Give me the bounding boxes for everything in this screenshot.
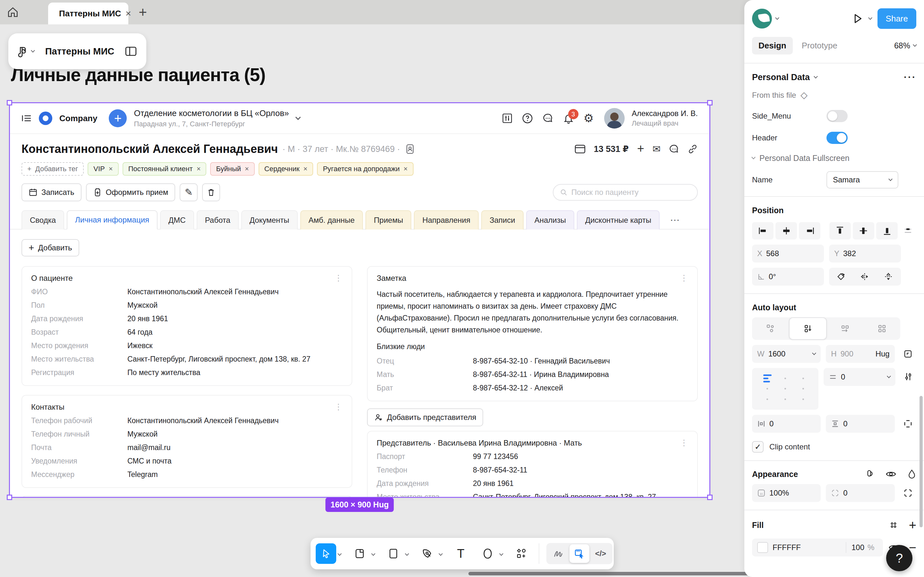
layout-vertical-button[interactable] [789, 318, 827, 340]
tag-remove-icon[interactable]: × [245, 165, 249, 173]
blend-droplet-icon[interactable] [907, 469, 916, 479]
tag-remove-icon[interactable]: × [109, 165, 113, 173]
header-toggle[interactable] [827, 132, 848, 144]
tag-chip[interactable]: Сердечник× [258, 162, 313, 176]
draw-mode-button[interactable] [548, 544, 568, 563]
dev-mode-button[interactable]: </> [591, 544, 611, 563]
resize-handle[interactable] [7, 100, 12, 105]
pen-tool[interactable] [417, 543, 437, 564]
company-name[interactable]: Company [59, 113, 97, 123]
share-button[interactable]: Share [877, 8, 916, 29]
selection-menu-icon[interactable]: ··· [904, 72, 916, 83]
tab-personal-info[interactable]: Личная информация [67, 210, 158, 229]
mail-icon[interactable]: ✉ [653, 144, 661, 154]
tab-records[interactable]: Записи [481, 210, 523, 229]
align-v-center-button[interactable] [853, 222, 874, 239]
align-right-button[interactable] [799, 222, 821, 239]
tag-chip[interactable]: Ругается на допродажи× [317, 162, 413, 176]
search-input[interactable] [572, 188, 691, 197]
resize-to-fit-button[interactable] [900, 345, 916, 363]
gear-icon[interactable]: ⚙ [583, 113, 594, 124]
ellipse-tool[interactable] [477, 543, 498, 564]
pen-tool-chevron-icon[interactable] [439, 552, 443, 556]
sidebar-toggle-icon[interactable] [21, 114, 32, 122]
tab-design[interactable]: Design [752, 37, 793, 55]
fill-color-swatch[interactable] [757, 542, 768, 553]
kebab-menu-icon[interactable]: ⋮ [680, 438, 688, 447]
ellipse-tool-chevron-icon[interactable] [499, 552, 503, 556]
actions-tool[interactable] [511, 543, 531, 564]
eye-icon[interactable] [885, 469, 897, 479]
kebab-menu-icon[interactable]: ⋮ [334, 403, 342, 411]
horizontal-padding-input[interactable]: 0 [752, 415, 821, 433]
tab-more[interactable]: ··· [662, 210, 688, 229]
align-left-button[interactable] [752, 222, 774, 239]
fullscreen-section-row[interactable]: Personal Data Fullscreen [752, 153, 916, 163]
browser-tab[interactable]: Паттерны МИС × [48, 3, 128, 24]
new-tab-button[interactable]: + [128, 0, 157, 24]
figma-logo-icon[interactable] [18, 45, 26, 57]
present-chevron-icon[interactable] [868, 16, 872, 20]
flip-vertical-button[interactable] [877, 268, 900, 285]
tab-appointments[interactable]: Приемы [365, 210, 411, 229]
gap-input[interactable]: 0 [824, 368, 895, 386]
shape-tool-chevron-icon[interactable] [405, 552, 409, 556]
corner-radius-input[interactable]: 0 [826, 484, 895, 502]
tag-chip[interactable]: VIP× [87, 162, 118, 176]
delete-patient-button[interactable] [202, 183, 220, 201]
patient-balance[interactable]: 13 531 ₽ [594, 144, 629, 154]
kebab-menu-icon[interactable]: ⋮ [334, 274, 342, 282]
measure-mode-button[interactable] [569, 544, 590, 563]
tag-remove-icon[interactable]: × [304, 165, 308, 173]
name-dropdown[interactable]: Samara [827, 171, 898, 189]
user-avatar[interactable] [752, 9, 772, 29]
text-tool[interactable]: T [451, 543, 471, 564]
move-tool[interactable] [316, 543, 336, 564]
edit-patient-button[interactable]: ✎ [180, 183, 198, 201]
resize-handle[interactable] [7, 495, 12, 500]
user-menu-chevron-icon[interactable] [775, 16, 779, 20]
link-icon[interactable] [688, 144, 698, 154]
more-alignment-button[interactable] [900, 222, 916, 239]
rotation-input[interactable]: 0° [752, 268, 824, 285]
help-icon[interactable] [522, 113, 533, 124]
alignment-settings-button[interactable] [901, 368, 916, 385]
book-appointment-button[interactable]: Записать [21, 183, 81, 201]
layout-panel-icon[interactable] [125, 46, 137, 56]
move-tool-chevron-icon[interactable] [338, 552, 342, 556]
flip-horizontal-button[interactable] [853, 268, 877, 285]
controls-icon[interactable] [502, 113, 512, 123]
layout-grid-button[interactable] [864, 318, 901, 340]
opacity-input[interactable]: 100% [752, 484, 821, 502]
department-block[interactable]: Отделение косметологии в БЦ «Орлов» Пара… [134, 108, 289, 128]
y-input[interactable]: Y382 [829, 245, 901, 263]
company-logo[interactable] [39, 111, 52, 125]
file-name[interactable]: Паттерны МИС [45, 46, 115, 57]
x-input[interactable]: X568 [752, 245, 824, 263]
shape-tool[interactable] [383, 543, 404, 564]
wallet-icon[interactable] [575, 144, 586, 154]
align-bottom-button[interactable] [876, 222, 898, 239]
design-frame[interactable]: Company + Отделение косметологии в БЦ «О… [10, 103, 709, 497]
present-button[interactable] [851, 12, 864, 25]
width-input[interactable]: W1600 [752, 345, 821, 363]
checkin-button[interactable]: Оформить прием [86, 183, 176, 201]
individual-padding-button[interactable] [900, 415, 916, 432]
frame-tool[interactable] [349, 543, 370, 564]
tag-remove-icon[interactable]: × [404, 165, 408, 173]
align-h-center-button[interactable] [775, 222, 797, 239]
layout-horizontal-button[interactable] [827, 318, 864, 340]
resize-handle[interactable] [707, 495, 712, 500]
styles-icon[interactable] [865, 469, 875, 479]
side-menu-toggle[interactable] [827, 110, 848, 122]
frame-tool-chevron-icon[interactable] [371, 552, 375, 556]
tab-referrals[interactable]: Направления [414, 210, 479, 229]
rotate-button[interactable] [829, 268, 853, 285]
fill-color-input[interactable]: FFFFFF 100% [752, 538, 883, 556]
home-button[interactable] [0, 0, 26, 24]
file-menu-chevron-icon[interactable] [31, 48, 35, 53]
tab-discount-cards[interactable]: Дисконтные карты [577, 210, 660, 229]
fill-opacity-input[interactable]: 100% [846, 542, 883, 553]
add-section-button[interactable]: + Добавить [21, 239, 79, 256]
tab-dms[interactable]: ДМС [160, 210, 194, 229]
